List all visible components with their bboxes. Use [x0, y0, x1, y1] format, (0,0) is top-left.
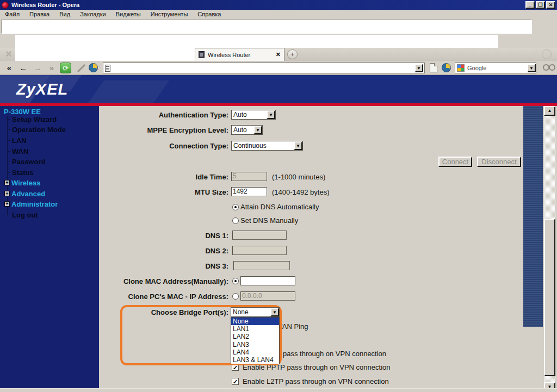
sidebar-root-device[interactable]: P-330W EE	[4, 108, 41, 116]
sidebar-nav: P-330W EE Setup Wizard Operation Mode LA…	[0, 106, 99, 388]
title-bar: Wireless Router - Opera _ ❐ ✕	[0, 0, 557, 10]
back-button[interactable]: ←	[17, 63, 29, 73]
l2tp-checkbox[interactable]: ✓	[232, 378, 239, 385]
bottom-edge	[0, 388, 557, 392]
close-button[interactable]: ✕	[546, 1, 555, 9]
address-bar: « ← → » ⟳ ▼ Google ▼	[0, 61, 557, 75]
tab-label: Wireless Router	[208, 52, 273, 58]
dns-manual-label: Set DNS Manually	[240, 216, 298, 225]
dns3-label: DNS 3:	[99, 262, 228, 270]
tab-close-icon[interactable]: ✕	[276, 51, 281, 58]
dns-auto-label: Attain DNS Automatically	[240, 203, 319, 211]
mtu-size-hint: (1400-1492 bytes)	[272, 188, 330, 196]
sidebar-item-wireless[interactable]: Wireless	[11, 179, 40, 187]
tab-wireless-router[interactable]: Wireless Router ✕	[195, 48, 284, 61]
pie-chart-icon[interactable]	[89, 63, 98, 72]
mppe-select[interactable]: Auto▼	[231, 125, 263, 135]
pencil-icon[interactable]	[76, 64, 86, 72]
option-lan4[interactable]: LAN4	[231, 349, 279, 356]
minimize-button[interactable]: _	[525, 1, 535, 9]
clone-pc-label: Clone PC's MAC - IP Address:	[99, 293, 228, 301]
google-icon	[457, 64, 465, 72]
menu-tools[interactable]: Инструменты	[146, 11, 193, 17]
tab-strip-panel	[15, 35, 498, 48]
menu-bookmarks[interactable]: Закладки	[75, 11, 111, 17]
forward-button[interactable]: →	[32, 63, 44, 73]
expand-icon[interactable]: +	[4, 201, 10, 207]
connection-type-select[interactable]: Continuous▼	[231, 141, 303, 151]
sidebar-item-administrator[interactable]: Administrator	[11, 200, 58, 208]
sidebar-item-lan[interactable]: LAN	[12, 136, 27, 145]
page-right-border	[523, 106, 543, 327]
bookmarks-bar-field[interactable]	[1, 20, 532, 34]
url-field[interactable]: ▼	[103, 63, 425, 73]
restore-button[interactable]: ❐	[536, 1, 545, 9]
option-lan1[interactable]: LAN1	[231, 325, 279, 333]
chevron-down-icon: ▼	[253, 126, 262, 134]
trash-icon[interactable]	[542, 49, 552, 59]
auth-type-select[interactable]: Auto▼	[231, 110, 276, 120]
tab-favicon-icon	[199, 51, 205, 58]
dns1-input	[232, 231, 287, 240]
vertical-scrollbar[interactable]: ▲ ▼	[544, 106, 555, 392]
expand-icon[interactable]: +	[4, 191, 10, 196]
sidebar-item-status[interactable]: Status	[12, 169, 34, 177]
dns-auto-radio[interactable]	[232, 204, 239, 210]
connection-type-label: Connection Type:	[99, 142, 228, 150]
bridge-port-select[interactable]: None▼	[231, 307, 280, 317]
disconnect-button[interactable]: Disconnect	[477, 157, 521, 167]
sidebar-item-wan[interactable]: WAN	[12, 147, 28, 155]
option-none[interactable]: None	[231, 318, 279, 325]
dns1-label: DNS 1:	[99, 232, 228, 240]
pie-chart-icon[interactable]	[442, 63, 451, 72]
reload-button[interactable]: ⟳	[60, 63, 71, 73]
new-tab-button[interactable]: +	[287, 49, 298, 59]
dns3-input	[233, 261, 290, 270]
menu-view[interactable]: Вид	[54, 11, 75, 17]
scroll-up-arrow[interactable]: ▲	[544, 106, 555, 116]
page-icon[interactable]	[430, 63, 437, 72]
menu-widgets[interactable]: Виджеты	[111, 11, 146, 17]
menu-help[interactable]: Справка	[193, 11, 226, 17]
sidebar-item-advanced[interactable]: Advanced	[11, 190, 45, 198]
mtu-size-input[interactable]: 1492	[231, 187, 267, 196]
sidebar-item-setup-wizard[interactable]: Setup Wizard	[12, 115, 57, 123]
sidebar-item-password[interactable]: Password	[12, 158, 45, 166]
dns-manual-radio[interactable]	[232, 217, 239, 224]
clone-pc-input: 0.0.0.0	[240, 291, 295, 301]
binoculars-icon[interactable]	[543, 64, 556, 72]
main-content: Authentication Type: Auto▼ MPPE Encrypti…	[99, 106, 523, 392]
option-lan2[interactable]: LAN2	[231, 333, 279, 340]
tab-bar: ✕ Wireless Router ✕ +	[0, 48, 557, 61]
search-field[interactable]: Google ▼	[455, 63, 536, 73]
panels-toggle-icon[interactable]: ✕	[3, 49, 14, 60]
sidebar-item-operation-mode[interactable]: Operation Mode	[12, 126, 66, 134]
menu-file[interactable]: Файл	[0, 11, 24, 17]
dns2-label: DNS 2:	[99, 247, 228, 255]
fast-forward-button[interactable]: »	[46, 63, 58, 73]
chevron-down-icon: ▼	[294, 141, 302, 150]
mppe-label: MPPE Encryption Level:	[99, 126, 228, 134]
scrollbar-thumb[interactable]	[544, 219, 555, 376]
clone-pc-radio[interactable]	[232, 293, 239, 300]
clone-mac-input[interactable]	[240, 276, 295, 285]
clone-mac-radio[interactable]	[232, 278, 239, 284]
clone-mac-label: Clone MAC Address(Manually):	[99, 277, 228, 285]
search-dropdown-arrow[interactable]: ▼	[527, 64, 536, 72]
option-lan3[interactable]: LAN3	[231, 341, 279, 349]
vpn-pass-fragment: pass through on VPN connection	[283, 350, 386, 358]
chevron-down-icon: ▼	[267, 110, 275, 119]
document-icon	[105, 65, 110, 72]
url-dropdown-arrow[interactable]: ▼	[414, 64, 423, 72]
mtu-size-label: MTU Size:	[99, 188, 228, 196]
connect-button[interactable]: Connect	[438, 157, 472, 167]
l2tp-label: Enable L2TP pass through on VPN connecti…	[243, 377, 389, 385]
sidebar-item-log-out[interactable]: Log out	[12, 211, 38, 219]
expand-icon[interactable]: +	[4, 180, 10, 185]
option-lan3-lan4[interactable]: LAN3 & LAN4	[231, 356, 279, 364]
window-title: Wireless Router - Opera	[11, 2, 79, 8]
zyxel-logo: ZyXEL	[16, 80, 68, 98]
rewind-button[interactable]: «	[3, 63, 15, 73]
menu-edit[interactable]: Правка	[24, 11, 54, 17]
search-engine-label: Google	[467, 65, 524, 71]
